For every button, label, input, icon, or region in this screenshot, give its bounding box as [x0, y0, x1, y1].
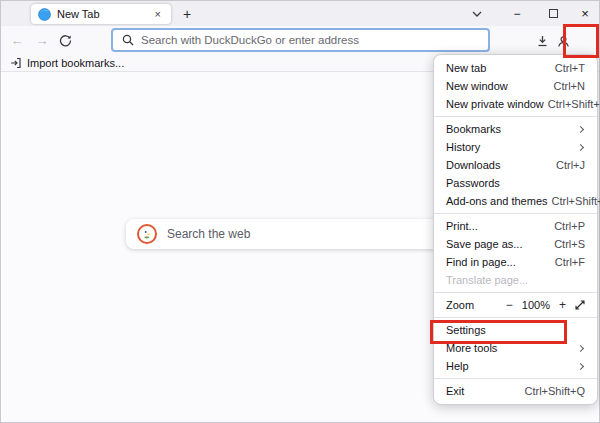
menu-item-shortcut: Ctrl+P [554, 220, 585, 232]
navigation-toolbar: ← → [1, 26, 599, 54]
menu-item-history[interactable]: History [434, 138, 597, 156]
menu-item-shortcut: Ctrl+T [555, 62, 585, 74]
menu-item-label: New private window [446, 98, 544, 110]
menu-item-label: Translate page... [446, 274, 528, 286]
import-icon [10, 57, 22, 69]
annotation-box-hamburger-button [563, 24, 599, 58]
menu-item-passwords[interactable]: Passwords [434, 174, 597, 192]
list-tabs-button[interactable] [465, 4, 489, 23]
minimize-button[interactable]: − [505, 4, 529, 23]
address-input[interactable] [141, 34, 479, 46]
zoom-out-button[interactable]: − [506, 298, 513, 312]
menu-item-zoom[interactable]: Zoom−100%+ [434, 296, 597, 314]
menu-item-print[interactable]: Print...Ctrl+P [434, 217, 597, 235]
reload-icon [59, 34, 72, 47]
tab-close-icon[interactable]: × [152, 8, 164, 21]
menu-item-label: Print... [446, 220, 478, 232]
menu-item-label: Exit [446, 385, 464, 397]
menu-item-label: Add-ons and themes [446, 195, 548, 207]
menu-item-help[interactable]: Help [434, 357, 597, 375]
menu-item-exit[interactable]: ExitCtrl+Shift+Q [434, 382, 597, 400]
chevron-right-icon [577, 362, 584, 369]
menu-item-new-private-window[interactable]: New private windowCtrl+Shift+P [434, 95, 597, 113]
maximize-button[interactable] [541, 4, 565, 23]
menu-item-downloads[interactable]: DownloadsCtrl+J [434, 156, 597, 174]
forward-button[interactable]: → [31, 30, 53, 50]
downloads-button[interactable] [532, 31, 552, 51]
chevron-right-icon [577, 143, 584, 150]
menu-item-add-ons-and-themes[interactable]: Add-ons and themesCtrl+Shift+A [434, 192, 597, 210]
chevron-right-icon [577, 125, 584, 132]
titlebar: New Tab × + − × [1, 1, 599, 26]
menu-item-label: Bookmarks [446, 123, 501, 135]
menu-separator [434, 116, 597, 117]
menu-item-label: Find in page... [446, 256, 516, 268]
menu-separator [434, 213, 597, 214]
menu-item-label: Save page as... [446, 238, 522, 250]
tab-favicon [38, 8, 51, 21]
reload-button[interactable] [54, 30, 76, 50]
import-bookmarks-button[interactable]: Import bookmarks... [27, 57, 124, 69]
close-window-button[interactable]: × [573, 4, 597, 23]
menu-item-new-tab[interactable]: New tabCtrl+T [434, 59, 597, 77]
menu-item-shortcut: Ctrl+Shift+A [552, 195, 600, 207]
maximize-icon [549, 9, 558, 18]
menu-separator [434, 378, 597, 379]
menu-item-label: Help [446, 360, 469, 372]
menu-item-label: History [446, 141, 480, 153]
menu-separator [434, 317, 597, 318]
menu-item-shortcut: Ctrl+F [555, 256, 585, 268]
menu-item-shortcut: Ctrl+Shift+Q [524, 385, 585, 397]
menu-separator [434, 292, 597, 293]
back-button[interactable]: ← [6, 30, 28, 50]
menu-item-shortcut: Ctrl+J [556, 159, 585, 171]
app-menu: New tabCtrl+TNew windowCtrl+NNew private… [433, 54, 598, 405]
menu-item-label: New window [446, 80, 508, 92]
web-search-box[interactable]: Search the web [126, 219, 476, 249]
zoom-in-button[interactable]: + [559, 298, 566, 312]
fullscreen-icon[interactable] [575, 300, 585, 310]
menu-item-new-window[interactable]: New windowCtrl+N [434, 77, 597, 95]
menu-item-translate-page: Translate page... [434, 271, 597, 289]
menu-item-label: Downloads [446, 159, 500, 171]
menu-item-label: Zoom [446, 299, 474, 311]
menu-item-shortcut: Ctrl+Shift+P [548, 98, 600, 110]
tab-title: New Tab [57, 8, 146, 20]
download-icon [536, 35, 549, 48]
menu-item-bookmarks[interactable]: Bookmarks [434, 120, 597, 138]
address-bar[interactable] [111, 28, 490, 52]
menu-item-label: Passwords [446, 177, 500, 189]
menu-item-save-page-as[interactable]: Save page as...Ctrl+S [434, 235, 597, 253]
menu-item-shortcut: Ctrl+S [554, 238, 585, 250]
zoom-level-value[interactable]: 100% [522, 299, 550, 311]
annotation-box-settings-item [430, 320, 567, 344]
menu-item-shortcut: Ctrl+N [554, 80, 585, 92]
new-tab-button[interactable]: + [175, 4, 199, 23]
search-the-web-placeholder: Search the web [167, 227, 250, 241]
duckduckgo-icon [137, 224, 157, 244]
browser-window: New Tab × + − × ← → [0, 0, 600, 423]
search-icon [122, 34, 134, 46]
tab-new-tab[interactable]: New Tab × [31, 4, 171, 24]
chevron-down-icon [472, 11, 482, 17]
chevron-right-icon [577, 344, 584, 351]
menu-item-find-in-page[interactable]: Find in page...Ctrl+F [434, 253, 597, 271]
menu-item-label: New tab [446, 62, 486, 74]
